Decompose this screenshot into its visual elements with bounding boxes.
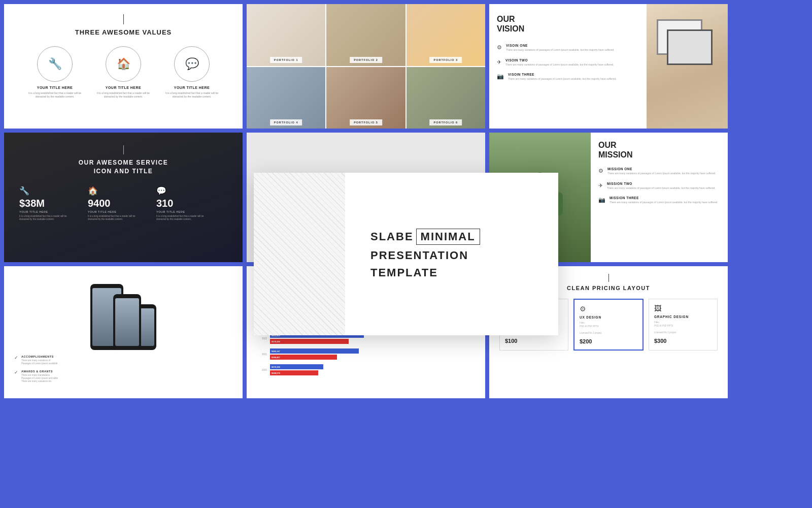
slide-phones: ✓ ACCOMPLISHMENTS There are many variati… (4, 266, 243, 398)
wrench-icon: 🔧 (37, 46, 73, 82)
awards-section: ✓ ACCOMPLISHMENTS There are many variati… (14, 355, 232, 383)
stat-desc-3: It is a long established fact that a rea… (156, 215, 212, 221)
pricing-name-3: GRAPHIC DESIGN (654, 315, 712, 319)
divider (123, 14, 124, 24)
bar-group-4: 2021 $446,147 $348,467 (257, 348, 439, 360)
stat-desc-2: It is a long established fact that a rea… (88, 215, 144, 221)
circle1-title: YOUR TITLE HERE (37, 86, 73, 89)
vision-title: OURVISION (497, 14, 639, 34)
mission-icon-2: ✈ (598, 182, 603, 189)
portfolio-label-6: PORTFOLIO 6 (429, 119, 462, 125)
circles-row: 🔧 YOUR TITLE HERE It is a long establish… (24, 46, 222, 99)
portfolio-cell-1: PORTFOLIO 1 (247, 4, 325, 66)
bar-blue-4: $446,147 (270, 348, 359, 354)
portfolio-label-5: PORTFOLIO 5 (350, 119, 382, 125)
stat-title-1: YOUR TITLE HERE (19, 210, 48, 213)
bar-group-5: 2020 $270,198 $248,578 (257, 364, 439, 375)
slide4-title: OUR AWESOME SERVICEICON AND TITLE (79, 158, 168, 176)
slabe-word2: MINIMAL (416, 229, 480, 245)
slide-three-values: THREE AWESOME VALUES 🔧 YOUR TITLE HERE I… (4, 4, 243, 129)
slide-portfolio: PORTFOLIO 1 PORTFOLIO 2 PORTFOLIO 3 PORT… (247, 4, 485, 129)
circle2-title: YOUR TITLE HERE (106, 86, 142, 89)
pricing-files-2: Files: (580, 322, 637, 324)
vision-text-1: VISOIN ONE There are many variations of … (506, 44, 615, 52)
vision-image (647, 4, 728, 129)
pricing-types-2: PSD AI PSF PPTX (580, 325, 637, 328)
circle-item-3: 💬 YOUR TITLE HERE It is a long establish… (161, 46, 222, 99)
portfolio-cell-6: PORTFOLIO 6 (407, 67, 485, 129)
accomplishment-item-2: Passages of Lorem Ipsum available (21, 362, 57, 365)
portfolio-cell-2: PORTFOLIO 2 (326, 4, 405, 66)
vision-text-3: VISOIN THREE There are many variations o… (508, 73, 617, 81)
mission-desc-2: There are many variations of passages of… (607, 186, 716, 190)
check-icon-2: ✓ (14, 370, 18, 375)
stat-icon-3: 💬 (156, 186, 166, 196)
portfolio-label-4: PORTFOLIO 4 (270, 119, 302, 125)
mission-icon-1: ⚙ (598, 168, 603, 174)
slide-slabe-overlay: SLABE MINIMAL PRESENTATION TEMPLATE (254, 173, 558, 335)
mission-text-3: MISSION THREE There are many variations … (610, 196, 718, 205)
slabe-text: SLABE MINIMAL PRESENTATION TEMPLATE (355, 213, 558, 295)
vision-item-3: 📷 VISOIN THREE There are many variations… (497, 73, 639, 81)
bar-red-4: $348,467 (270, 355, 337, 360)
pricing-card-3: 🖼 GRAPHIC DESIGN Files: PSD AI PSF PPTX … (649, 299, 718, 351)
phone-medium (113, 294, 141, 350)
circle-item-2: 🏠 YOUR TITLE HERE It is a long establish… (93, 46, 154, 99)
stat-desc-1: It is a long established fact that a rea… (19, 215, 75, 221)
vision-title-3: VISOIN THREE (508, 73, 617, 76)
slide-service-dark: OUR AWESOME SERVICEICON AND TITLE 🔧 $38M… (4, 133, 243, 262)
accomplishments-row: ✓ ACCOMPLISHMENTS There are many variati… (14, 355, 232, 366)
mission-item-2: ✈ MISSION TWO There are many variations … (598, 182, 720, 190)
mission-title: OURMISSION (598, 140, 720, 160)
slabe-line-1: SLABE MINIMAL (370, 229, 543, 245)
home-icon: 🏠 (106, 46, 141, 82)
circle2-desc: It is a long established fact that a rea… (93, 91, 154, 99)
bar-value-red-4: $348,467 (272, 356, 280, 359)
slabe-line-2: PRESENTATION (370, 249, 543, 262)
circle-item-1: 🔧 YOUR TITLE HERE It is a long establish… (24, 46, 85, 99)
bar-label-5: 2020 (257, 369, 267, 371)
vision-content: OURVISION ⚙ VISOIN ONE There are many va… (489, 4, 647, 129)
portfolio-cell-3: PORTFOLIO 3 (407, 4, 485, 66)
mission-icon-3: 📷 (598, 197, 605, 203)
mission-item-3: 📷 MISSION THREE There are many variation… (598, 196, 720, 205)
pricing-types-3: PSD AI PSF PPTX (654, 325, 712, 327)
circle1-desc: It is a long established fact that a rea… (24, 91, 85, 99)
vision-desc-3: There are many variations of passages of… (508, 77, 617, 81)
accomplishments-title: ACCOMPLISHMENTS (21, 355, 57, 358)
bar-red-3: $378,198 (270, 339, 349, 344)
frame-2 (667, 29, 713, 65)
phone-screen-medium (115, 298, 139, 346)
bar-label-3: 2022 (257, 337, 267, 340)
stat-value-1: $38M (19, 198, 45, 209)
circle3-title: YOUR TITLE HERE (174, 86, 210, 89)
vision-title-1: VISOIN ONE (506, 44, 615, 47)
mission-content: OURMISSION ⚙ MISSION ONE There are many … (591, 133, 728, 262)
vision-item-1: ⚙ VISOIN ONE There are many variations o… (497, 44, 639, 52)
phones-display (14, 274, 232, 350)
portfolio-label-1: PORTFOLIO 1 (270, 57, 302, 63)
plane-icon: ✈ (497, 59, 501, 66)
divider-dark (123, 145, 124, 154)
image-icon: 🖼 (654, 304, 712, 312)
mission-text-2: MISSION TWO There are many variations of… (607, 182, 716, 190)
stat-item-3: 💬 310 YOUR TITLE HERE It is a long estab… (156, 186, 212, 221)
slide1-title: THREE AWESOME VALUES (75, 28, 172, 36)
bar-label-4: 2021 (257, 353, 267, 356)
stat-value-2: 9400 (88, 198, 111, 209)
awards-title: AWARDS & GRANTS (21, 370, 58, 373)
portfolio-cell-5: PORTFOLIO 5 (326, 67, 405, 129)
vision-title-2: VISOIN TWO (505, 58, 614, 62)
slabe-line-3: TEMPLATE (370, 266, 543, 279)
vision-desc-2: There are many variations of passages of… (505, 63, 614, 67)
vision-text-2: VISOIN TWO There are many variations of … (505, 58, 614, 67)
awards-content: AWARDS & GRANTS There are many translati… (21, 370, 58, 384)
diagonal-pattern (254, 173, 345, 335)
mission-item-1: ⚙ MISSION ONE There are many variations … (598, 167, 720, 176)
bar-blue-5: $270,198 (270, 364, 323, 369)
pricing-price-3: $300 (654, 338, 712, 344)
mission-desc-3: There are many variations of passages of… (610, 201, 718, 205)
stat-title-3: YOUR TITLE HERE (156, 210, 185, 213)
slide-vision: OURVISION ⚙ VISOIN ONE There are many va… (489, 4, 728, 129)
accomplishments-content: ACCOMPLISHMENTS There are many variation… (21, 355, 57, 366)
